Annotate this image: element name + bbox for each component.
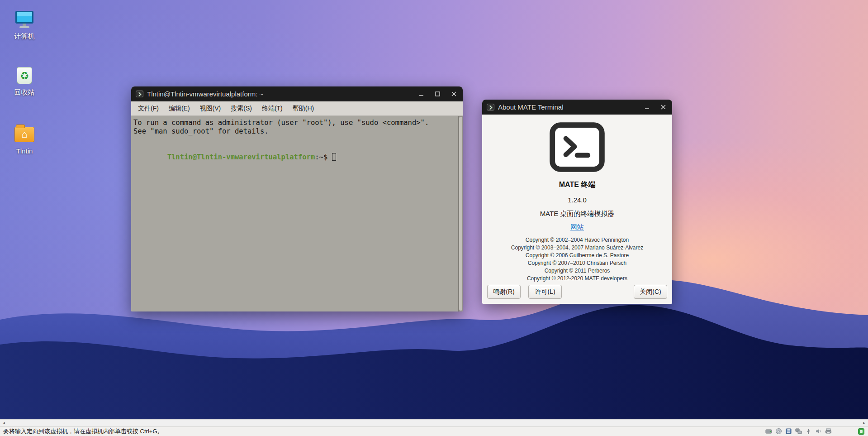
about-body: MATE 终端 1.24.0 MATE 桌面的终端模拟器 网站 Copyrigh… [482, 115, 672, 304]
terminal-scrollbar-thumb[interactable] [459, 117, 462, 311]
home-folder-icon: ⌂ [14, 125, 35, 144]
home-glyph: ⌂ [21, 129, 27, 139]
license-button[interactable]: 许可(L) [528, 285, 562, 299]
minimize-icon[interactable] [417, 90, 426, 99]
terminal-output-line: See "man sudo_root" for details. [133, 127, 456, 136]
recycle-glyph: ♻ [20, 71, 29, 81]
vmware-status-text: 要将输入定向到该虚拟机，请在虚拟机内部单击或按 Ctrl+G。 [3, 427, 163, 436]
menu-view[interactable]: 视图(V) [195, 101, 226, 115]
terminal-titlebar[interactable]: Tlntin@Tlntin-vmwarevirtualplatform: ~ [131, 86, 463, 101]
prompt-suffix: :~$ [315, 153, 327, 161]
about-dialog-title: About MATE Terminal [498, 103, 564, 111]
credits-button[interactable]: 鸣谢(R) [487, 285, 521, 299]
about-button-row: 鸣谢(R) 许可(L) 关闭(C) [487, 285, 667, 299]
close-button[interactable]: 关闭(C) [634, 285, 667, 299]
about-window-controls [642, 103, 668, 112]
mate-terminal-logo-icon [549, 122, 605, 172]
app-version: 1.24.0 [482, 196, 672, 204]
scroll-left-icon[interactable]: ◄ [0, 420, 8, 427]
website-link[interactable]: 网站 [570, 223, 584, 232]
vmware-horizontal-scrollbar[interactable]: ◄ ► [0, 419, 868, 426]
minimize-icon[interactable] [642, 103, 651, 112]
menu-edit[interactable]: 编辑(E) [164, 101, 195, 115]
prompt-user-host: Tlntin@Tlntin-vmwarevirtualplatform [167, 153, 315, 161]
computer-icon [14, 10, 35, 29]
desktop-icon-computer[interactable]: 计算机 [5, 10, 43, 41]
terminal-output-line: To run a command as administrator (user … [133, 119, 456, 127]
terminal-window: Tlntin@Tlntin-vmwarevirtualplatform: ~ 文… [131, 86, 463, 311]
terminal-app-icon [136, 91, 143, 97]
copyright-line: Copyright © 2002–2004 Havoc Pennington [482, 236, 672, 244]
printer-icon[interactable] [825, 428, 832, 435]
app-description: MATE 桌面的终端模拟器 [482, 210, 672, 218]
usb-icon[interactable] [805, 428, 812, 435]
vmware-tray-status-icon[interactable] [858, 428, 864, 435]
copyright-line: Copyright © 2007–2010 Christian Persch [482, 259, 672, 267]
terminal-window-title: Tlntin@Tlntin-vmwarevirtualplatform: ~ [147, 90, 263, 98]
copyright-line: Copyright © 2006 Guilherme de S. Pastore [482, 252, 672, 259]
terminal-prompt-line: Tlntin@Tlntin-vmwarevirtualplatform:~$ [133, 144, 456, 170]
harddisk-icon[interactable] [765, 428, 772, 435]
terminal-window-controls [417, 90, 458, 99]
menu-terminal[interactable]: 终端(T) [257, 101, 288, 115]
copyright-line: Copyright © 2003–2004, 2007 Mariano Suár… [482, 244, 672, 252]
desktop-icon-label: 回收站 [14, 88, 35, 97]
terminal-screen[interactable]: To run a command as administrator (user … [131, 116, 463, 311]
trash-icon: ♻ [14, 66, 35, 85]
copyright-block: Copyright © 2002–2004 Havoc Pennington C… [482, 236, 672, 283]
terminal-app-icon [487, 104, 494, 110]
floppy-icon[interactable] [785, 428, 792, 435]
scroll-right-icon[interactable]: ► [860, 420, 868, 427]
vmware-status-bar: 要将输入定向到该虚拟机，请在虚拟机内部单击或按 Ctrl+G。 [0, 426, 868, 436]
cdrom-icon[interactable] [775, 428, 782, 435]
app-name: MATE 终端 [482, 180, 672, 190]
desktop-icon-home-folder[interactable]: ⌂ Tlntin [5, 125, 43, 155]
maximize-icon[interactable] [433, 90, 442, 99]
menu-file[interactable]: 文件(F) [133, 101, 164, 115]
menu-help[interactable]: 帮助(H) [288, 101, 319, 115]
close-icon[interactable] [449, 90, 458, 99]
terminal-scrollbar[interactable] [458, 116, 463, 311]
vmware-device-icons [765, 428, 832, 435]
network-icon[interactable] [795, 428, 802, 435]
sound-icon[interactable] [815, 428, 822, 435]
about-dialog: About MATE Terminal MATE 终端 1.24.0 MATE … [482, 100, 672, 304]
copyright-line: Copyright © 2012-2020 MATE developers [482, 275, 672, 283]
copyright-line: Copyright © 2011 Perberos [482, 267, 672, 275]
desktop: 计算机 ♻ 回收站 ⌂ Tlntin Tlntin@Tlntin-vmwarev… [0, 0, 868, 419]
terminal-cursor [332, 153, 336, 161]
terminal-blank-line [133, 136, 456, 144]
close-icon[interactable] [659, 103, 668, 112]
terminal-menubar: 文件(F) 编辑(E) 视图(V) 搜索(S) 终端(T) 帮助(H) [131, 101, 463, 116]
about-titlebar[interactable]: About MATE Terminal [482, 100, 672, 115]
desktop-icon-label: 计算机 [14, 32, 35, 41]
menu-search[interactable]: 搜索(S) [226, 101, 257, 115]
desktop-icon-label: Tlntin [16, 147, 33, 155]
desktop-icon-trash[interactable]: ♻ 回收站 [5, 66, 43, 97]
